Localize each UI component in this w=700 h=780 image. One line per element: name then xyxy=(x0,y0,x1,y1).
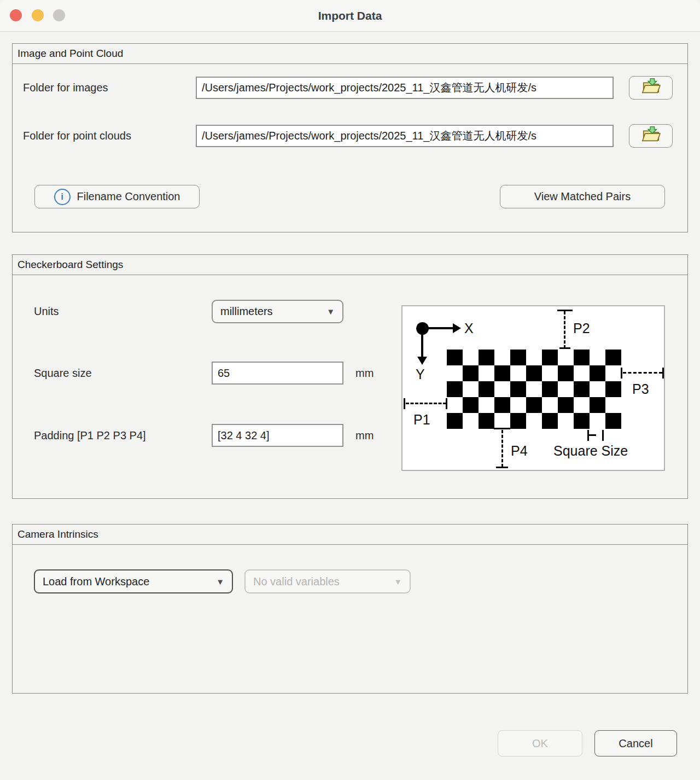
checkerboard-cell xyxy=(542,381,558,397)
checkerboard-cell xyxy=(479,381,494,397)
x-axis-arrowhead xyxy=(453,323,461,333)
p1-end-tick xyxy=(404,398,405,409)
browse-point-clouds-folder-button[interactable] xyxy=(629,124,673,148)
checkerboard-cell xyxy=(510,413,526,429)
checkerboard-cell xyxy=(590,365,605,381)
checkerboard-cell xyxy=(605,365,621,381)
p3-dashed-line xyxy=(623,372,662,374)
square-size-bracket-stub xyxy=(589,434,596,436)
section-title: Checkerboard Settings xyxy=(13,255,687,275)
import-data-dialog: Import Data Image and Point Cloud Folder… xyxy=(0,0,700,780)
checkerboard-cell xyxy=(510,397,526,413)
checkerboard-cell xyxy=(510,350,526,365)
folder-for-point-clouds-input[interactable] xyxy=(196,125,614,147)
padding-label: Padding [P1 P2 P3 P4] xyxy=(34,424,146,447)
checkerboard-cell xyxy=(447,381,463,397)
checkerboard-cell xyxy=(590,350,605,365)
folder-for-images-input[interactable] xyxy=(196,77,614,99)
checkerboard-cell xyxy=(574,413,590,429)
title-bar: Import Data xyxy=(0,0,700,32)
p1-dashed-line xyxy=(406,403,446,404)
square-size-diagram-label: Square Size xyxy=(553,443,628,459)
checkerboard-cell xyxy=(479,397,494,413)
intrinsics-source-value: Load from Workspace xyxy=(43,575,149,588)
checkerboard-cell xyxy=(558,350,574,365)
checkerboard-cell xyxy=(479,413,494,429)
y-axis-arrowhead xyxy=(417,357,427,365)
checkerboard-cell xyxy=(558,381,574,397)
filename-convention-button[interactable]: i Filename Convention xyxy=(34,185,200,208)
checkerboard-cell xyxy=(542,365,558,381)
checkerboard-cell xyxy=(479,365,494,381)
p3-label: P3 xyxy=(632,381,649,397)
checkerboard-cell xyxy=(574,397,590,413)
section-title: Camera Intrinsics xyxy=(13,525,687,545)
folder-for-point-clouds-label: Folder for point clouds xyxy=(23,125,131,147)
section-title: Image and Point Cloud xyxy=(13,44,687,64)
y-axis-line xyxy=(421,328,423,358)
p4-board-tick xyxy=(494,428,510,429)
checkerboard-cell xyxy=(479,350,494,365)
checkerboard-cell xyxy=(526,381,542,397)
checkerboard-cell xyxy=(447,413,463,429)
checkerboard-diagram: X Y P2 P3 P1 P4 Square Size xyxy=(401,305,665,471)
p2-board-tick xyxy=(559,347,570,349)
checkerboard-cell xyxy=(574,365,590,381)
folder-for-images-label: Folder for images xyxy=(23,77,108,99)
units-dropdown-value: millimeters xyxy=(220,305,273,318)
checkerboard-cell xyxy=(494,365,510,381)
checkerboard-cell xyxy=(463,365,479,381)
checkerboard-cell xyxy=(574,381,590,397)
chevron-down-icon: ▼ xyxy=(216,577,224,586)
p2-dashed-line xyxy=(564,311,565,348)
checkerboard-cell xyxy=(605,350,621,365)
window-title: Import Data xyxy=(0,0,700,31)
cancel-button[interactable]: Cancel xyxy=(594,730,677,756)
checkerboard-cell xyxy=(526,365,542,381)
p1-board-tick xyxy=(446,398,447,409)
p2-label: P2 xyxy=(573,321,590,336)
checkerboard-cell xyxy=(463,381,479,397)
checkerboard-board xyxy=(447,350,621,429)
checkerboard-cell xyxy=(605,381,621,397)
square-size-input[interactable] xyxy=(212,362,343,385)
checkerboard-cell xyxy=(590,381,605,397)
intrinsics-variable-value: No valid variables xyxy=(253,575,340,588)
section-camera-intrinsics: Camera Intrinsics xyxy=(12,524,688,694)
checkerboard-cell xyxy=(494,413,510,429)
checkerboard-cell xyxy=(526,413,542,429)
checkerboard-cell xyxy=(510,365,526,381)
checkerboard-cell xyxy=(494,381,510,397)
view-matched-pairs-button[interactable]: View Matched Pairs xyxy=(500,185,665,208)
ok-button-label: OK xyxy=(532,737,548,750)
padding-unit-label: mm xyxy=(355,424,374,447)
checkerboard-cell xyxy=(590,413,605,429)
view-matched-pairs-label: View Matched Pairs xyxy=(534,190,631,203)
intrinsics-source-dropdown[interactable]: Load from Workspace ▼ xyxy=(34,569,233,593)
p4-dashed-line xyxy=(501,430,503,467)
p4-end-tick xyxy=(496,467,508,468)
checkerboard-cell xyxy=(574,350,590,365)
checkerboard-cell xyxy=(605,413,621,429)
x-axis-label: X xyxy=(464,321,474,336)
open-folder-icon xyxy=(639,77,662,98)
intrinsics-variable-dropdown: No valid variables ▼ xyxy=(244,569,411,593)
checkerboard-cell xyxy=(590,397,605,413)
cancel-button-label: Cancel xyxy=(619,737,652,750)
square-size-label: Square size xyxy=(34,362,92,385)
checkerboard-cell xyxy=(494,397,510,413)
y-axis-label: Y xyxy=(416,366,425,382)
info-icon: i xyxy=(54,189,71,205)
units-label: Units xyxy=(34,300,59,323)
p3-end-tick xyxy=(662,368,664,379)
checkerboard-cell xyxy=(526,397,542,413)
padding-input[interactable] xyxy=(212,424,343,447)
units-dropdown[interactable]: millimeters ▼ xyxy=(212,300,343,323)
checkerboard-cell xyxy=(494,350,510,365)
checkerboard-cell xyxy=(558,365,574,381)
checkerboard-cell xyxy=(463,413,479,429)
browse-images-folder-button[interactable] xyxy=(629,76,673,100)
x-axis-line xyxy=(422,327,454,329)
checkerboard-cell xyxy=(542,350,558,365)
chevron-down-icon: ▼ xyxy=(394,577,402,586)
